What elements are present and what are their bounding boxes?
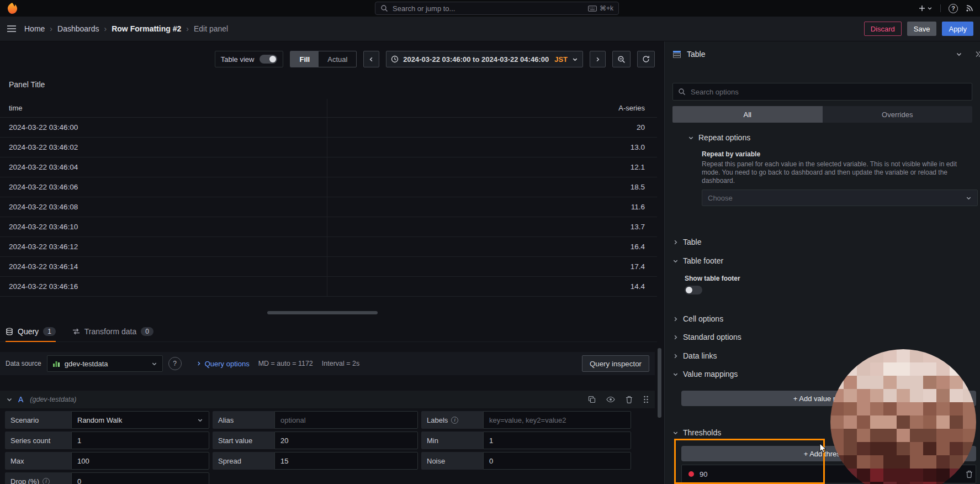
panel-type-label: Table — [687, 50, 705, 59]
menu-icon[interactable] — [7, 25, 17, 33]
query-ref-datasource: (gdev-testdata) — [30, 396, 76, 403]
datasource-help-icon[interactable]: ? — [168, 357, 182, 370]
chevron-down-icon — [688, 135, 694, 141]
time-shift-forward-button[interactable] — [590, 51, 606, 67]
transform-count-badge: 0 — [141, 327, 153, 336]
remove-threshold-trash-icon[interactable] — [966, 470, 973, 478]
vertical-scrollbar-thumb[interactable] — [658, 348, 661, 418]
options-search-input[interactable] — [672, 83, 972, 101]
breadcrumb-dashboards[interactable]: Dashboards — [57, 24, 99, 33]
threshold-color-dot[interactable] — [688, 471, 694, 477]
form-field-alias: Aliasoptional — [213, 411, 418, 429]
query-tab-bar: Query 1 Transform data 0 — [0, 321, 657, 342]
save-button[interactable]: Save — [907, 22, 937, 36]
field-label: Labelsi — [421, 411, 483, 429]
column-header-time[interactable]: time — [0, 104, 23, 112]
form-field-start-value: Start value20 — [213, 432, 418, 449]
time-shift-back-button[interactable] — [363, 51, 379, 67]
breadcrumb-edit-panel: Edit panel — [194, 24, 228, 33]
show-table-footer-toggle-wrap — [685, 286, 980, 296]
panel-type-selector[interactable]: Table — [665, 41, 980, 67]
clock-icon — [391, 55, 399, 63]
tab-overrides[interactable]: Overrides — [823, 106, 973, 123]
chevron-down-icon — [966, 195, 972, 201]
apply-button[interactable]: Apply — [942, 22, 973, 36]
threshold-value: 90 — [700, 470, 707, 478]
breadcrumb-separator: › — [186, 24, 189, 33]
tab-transform-data[interactable]: Transform data 0 — [72, 321, 153, 341]
table-visualization: time A-series 2024-03-22 03:46:00202024-… — [0, 99, 657, 297]
table-row: 2024-03-22 03:46:1216.4 — [0, 237, 657, 257]
noise-input[interactable]: 0 — [483, 452, 631, 470]
topbar-actions: ? — [919, 4, 973, 13]
section-table-footer[interactable]: Table footer — [672, 255, 972, 267]
series-count-input[interactable]: 1 — [71, 432, 209, 449]
section-table[interactable]: Table — [672, 236, 972, 248]
global-search-input[interactable]: Search or jump to... ⌘+k — [375, 2, 619, 15]
delete-query-trash-icon[interactable] — [626, 396, 633, 403]
alias-input[interactable]: optional — [274, 411, 418, 429]
table-row: 2024-03-22 03:46:1417.4 — [0, 257, 657, 277]
query-row-header: A (gdev-testdata) — [0, 391, 655, 408]
new-button[interactable] — [919, 5, 933, 12]
breadcrumb-home[interactable]: Home — [24, 24, 45, 33]
max-input[interactable]: 100 — [71, 452, 209, 470]
chevron-right-icon — [672, 353, 679, 359]
refresh-button[interactable] — [637, 51, 655, 67]
discard-button[interactable]: Discard — [864, 22, 902, 36]
datasource-select[interactable]: gdev-testdata — [47, 355, 163, 372]
table-view-toggle[interactable] — [259, 55, 277, 64]
search-shortcut: ⌘+k — [588, 4, 613, 12]
duplicate-query-icon[interactable] — [588, 396, 596, 403]
help-icon[interactable]: ? — [949, 4, 958, 13]
section-cell-options[interactable]: Cell options — [672, 313, 972, 325]
info-icon: i — [451, 417, 458, 424]
form-row: Drop (%)i0 — [0, 472, 657, 484]
testdata-query-form: ScenarioRandom WalkAliasoptionalLabelsik… — [0, 411, 657, 484]
fill-segment[interactable]: Fill — [290, 51, 319, 67]
section-standard-options[interactable]: Standard options — [672, 331, 972, 343]
field-label: Drop (%)i — [5, 472, 71, 484]
start-value-input[interactable]: 20 — [274, 432, 418, 449]
min-input[interactable]: 1 — [483, 432, 631, 449]
options-tabs: All Overrides — [672, 106, 972, 123]
form-field-labels: Labelsikey=value, key2=value2 — [421, 411, 631, 429]
collapse-query-icon[interactable] — [6, 396, 13, 403]
drop-input[interactable]: 0 — [71, 472, 209, 484]
testdata-datasource-icon — [52, 360, 60, 367]
hide-query-eye-icon[interactable] — [606, 396, 615, 403]
news-icon[interactable] — [966, 4, 973, 12]
actual-segment[interactable]: Actual — [319, 51, 356, 67]
query-options-group: Query options MD = auto = 1172 Interval … — [196, 360, 360, 368]
query-options-toggle[interactable]: Query options — [196, 360, 250, 368]
time-range-picker[interactable]: 2024-03-22 03:46:00 to 2024-03-22 04:46:… — [386, 51, 583, 67]
query-inspector-button[interactable]: Query inspector — [582, 355, 649, 372]
plus-icon — [919, 5, 925, 12]
breadcrumb-separator: › — [50, 24, 52, 33]
drag-handle-icon[interactable] — [643, 395, 649, 404]
cell-time: 2024-03-22 03:46:00 — [0, 123, 78, 131]
repeat-variable-select[interactable]: Choose — [702, 190, 978, 206]
breadcrumb: Home › Dashboards › Row Formatting #2 › … — [24, 24, 228, 33]
spread-input[interactable]: 15 — [274, 452, 418, 470]
show-table-footer-toggle[interactable] — [685, 286, 702, 294]
scenario-select[interactable]: Random Walk — [71, 411, 209, 429]
breadcrumb-dashboard-title[interactable]: Row Formatting #2 — [112, 24, 181, 33]
tab-query[interactable]: Query 1 — [6, 321, 56, 341]
info-icon: i — [43, 478, 50, 484]
section-repeat-options[interactable]: Repeat options — [688, 131, 972, 144]
labels-input[interactable]: key=value, key2=value2 — [483, 411, 631, 429]
cell-value: 12.1 — [631, 163, 657, 171]
breadcrumb-separator: › — [104, 24, 107, 33]
form-field-min: Min1 — [421, 432, 631, 449]
tab-all[interactable]: All — [672, 106, 823, 123]
column-header-a-series[interactable]: A-series — [618, 104, 657, 112]
grafana-logo-icon[interactable] — [7, 2, 18, 15]
horizontal-scrollbar-thumb[interactable] — [267, 311, 378, 314]
cell-value: 14.4 — [631, 282, 657, 291]
database-icon — [6, 328, 13, 335]
zoom-out-button[interactable] — [612, 51, 631, 67]
cell-time: 2024-03-22 03:46:14 — [0, 262, 78, 271]
collapse-pane-icon[interactable] — [974, 50, 980, 58]
horizontal-scrollbar — [0, 311, 657, 314]
